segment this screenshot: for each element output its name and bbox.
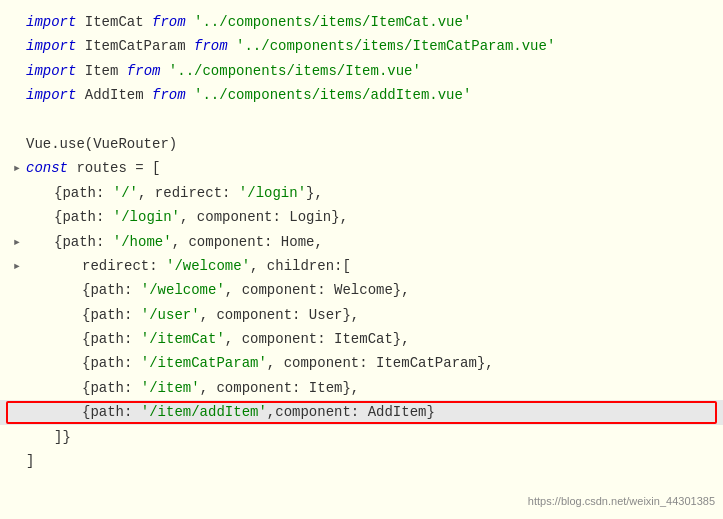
code-token: redirect:: [82, 255, 166, 277]
collapse-marker: [10, 426, 24, 448]
code-token: , component: User},: [200, 304, 360, 326]
code-line: {path: '/item', component: Item},: [0, 376, 723, 400]
code-token: import: [26, 35, 85, 57]
code-token: {path:: [82, 328, 141, 350]
code-token: '/welcome': [141, 279, 225, 301]
code-line: import ItemCatParam from '../components/…: [0, 34, 723, 58]
code-token: {path:: [82, 352, 141, 374]
code-token: from: [194, 35, 236, 57]
collapse-marker: [10, 377, 24, 399]
code-line: ]}: [0, 425, 723, 449]
code-line: Vue.use(VueRouter): [0, 132, 723, 156]
code-token: , component: ItemCat},: [225, 328, 410, 350]
code-token: , children:[: [250, 255, 351, 277]
collapse-marker: [10, 206, 24, 228]
code-token: '../components/items/ItemCatParam.vue': [236, 35, 555, 57]
code-line: {path: '/itemCatParam', component: ItemC…: [0, 351, 723, 375]
code-token: '/home': [113, 231, 172, 253]
code-token: import: [26, 84, 85, 106]
code-line: import AddItem from '../components/items…: [0, 83, 723, 107]
code-token: '/login': [239, 182, 306, 204]
code-editor: import ItemCat from '../components/items…: [0, 0, 723, 519]
code-line: {path: '/itemCat', component: ItemCat},: [0, 327, 723, 351]
code-token: from: [152, 84, 194, 106]
collapse-marker: [10, 109, 24, 131]
code-line: {path: '/user', component: User},: [0, 303, 723, 327]
code-token: import: [26, 60, 85, 82]
code-token: ItemCatParam: [85, 35, 194, 57]
collapse-marker: [10, 328, 24, 350]
code-token: routes = [: [76, 157, 160, 179]
code-token: {path:: [82, 304, 141, 326]
code-line: [0, 108, 723, 132]
code-token: Item: [85, 60, 127, 82]
code-token: {path:: [82, 377, 141, 399]
code-line: {path: '/item/addItem',component: AddIte…: [0, 400, 723, 424]
code-line: {path: '/login', component: Login},: [0, 205, 723, 229]
code-token: , component: Login},: [180, 206, 348, 228]
code-token: {path:: [54, 231, 113, 253]
code-token: const: [26, 157, 76, 179]
collapse-marker[interactable]: ▸: [10, 255, 24, 277]
code-token: '/welcome': [166, 255, 250, 277]
code-token: , redirect:: [138, 182, 239, 204]
collapse-marker: [10, 450, 24, 472]
code-token: '../components/items/addItem.vue': [194, 84, 471, 106]
code-token: , component: Item},: [200, 377, 360, 399]
code-token: , component: Home,: [172, 231, 323, 253]
code-token: AddItem: [85, 84, 152, 106]
code-line: ▸const routes = [: [0, 156, 723, 180]
collapse-marker: [10, 401, 24, 423]
code-token: from: [127, 60, 169, 82]
code-token: '/user': [141, 304, 200, 326]
collapse-marker: [10, 279, 24, 301]
collapse-marker[interactable]: ▸: [10, 157, 24, 179]
code-token: ]}: [54, 426, 71, 448]
code-token: '../components/items/ItemCat.vue': [194, 11, 471, 33]
collapse-marker: [10, 84, 24, 106]
collapse-marker: [10, 182, 24, 204]
code-token: Vue.use(VueRouter): [26, 133, 177, 155]
collapse-marker: [10, 60, 24, 82]
collapse-marker: [10, 352, 24, 374]
code-token: {path:: [82, 401, 141, 423]
code-line: {path: '/welcome', component: Welcome},: [0, 278, 723, 302]
code-line: ▸{path: '/home', component: Home,: [0, 230, 723, 254]
collapse-marker: [10, 35, 24, 57]
code-token: , component: ItemCatParam},: [267, 352, 494, 374]
collapse-marker[interactable]: ▸: [10, 231, 24, 253]
code-token: {path:: [54, 182, 113, 204]
code-token: '/item': [141, 377, 200, 399]
code-token: from: [152, 11, 194, 33]
code-line: import Item from '../components/items/It…: [0, 59, 723, 83]
code-token: '/itemCat': [141, 328, 225, 350]
collapse-marker: [10, 304, 24, 326]
collapse-marker: [10, 133, 24, 155]
code-token: '/': [113, 182, 138, 204]
code-token: {path:: [82, 279, 141, 301]
code-token: {path:: [54, 206, 113, 228]
code-token: ,component: AddItem}: [267, 401, 435, 423]
code-line: {path: '/', redirect: '/login'},: [0, 181, 723, 205]
code-token: , component: Welcome},: [225, 279, 410, 301]
code-token: '/login': [113, 206, 180, 228]
code-token: import: [26, 11, 85, 33]
code-token: '/itemCatParam': [141, 352, 267, 374]
code-token: },: [306, 182, 323, 204]
code-token: '/item/addItem': [141, 401, 267, 423]
code-line: import ItemCat from '../components/items…: [0, 10, 723, 34]
watermark: https://blog.csdn.net/weixin_44301385: [528, 493, 715, 511]
collapse-marker: [10, 11, 24, 33]
code-token: '../components/items/Item.vue': [169, 60, 421, 82]
code-token: ]: [26, 450, 34, 472]
code-token: ItemCat: [85, 11, 152, 33]
code-line: ]: [0, 449, 723, 473]
code-line: ▸redirect: '/welcome', children:[: [0, 254, 723, 278]
